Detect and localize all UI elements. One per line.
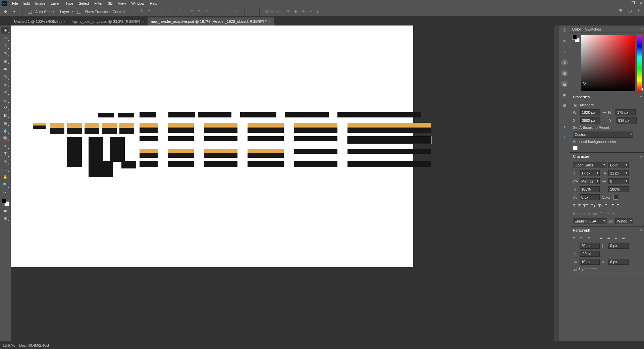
menu-window[interactable]: Window bbox=[131, 1, 144, 5]
menu-file[interactable]: File bbox=[12, 1, 18, 5]
eraser-tool[interactable]: ◧ bbox=[1, 112, 9, 118]
3d-slide-icon[interactable]: ↔ bbox=[309, 9, 314, 14]
3d-zoom-icon[interactable]: ■ bbox=[316, 9, 321, 14]
align-right-icon[interactable]: ▕ bbox=[176, 8, 181, 13]
font-style-dropdown[interactable]: Bold bbox=[608, 162, 629, 168]
distribute-right-icon[interactable]: ⋮ bbox=[235, 8, 239, 13]
cc-libraries-icon[interactable]: ☰ bbox=[561, 70, 568, 77]
font-family-dropdown[interactable]: Open Sans bbox=[573, 162, 606, 168]
hand-tool[interactable]: ✋ bbox=[1, 173, 9, 180]
swatches-tab[interactable]: Swatches bbox=[585, 27, 601, 31]
healing-tool[interactable]: ⌀ bbox=[1, 81, 9, 88]
cc-search-icon[interactable]: S bbox=[561, 59, 568, 66]
menu-view[interactable]: View bbox=[118, 1, 126, 5]
align-right-button[interactable]: ≡ bbox=[588, 236, 593, 241]
close-icon[interactable]: × bbox=[142, 20, 144, 23]
hue-slider[interactable] bbox=[637, 35, 642, 91]
distribute-top-icon[interactable]: ≡ bbox=[191, 8, 196, 13]
font-size-input[interactable]: 17 px bbox=[580, 170, 600, 176]
tab-newheader[interactable]: new_header_adaptive.psd @ 16,7% (Header_… bbox=[148, 17, 274, 26]
frame-tool[interactable]: ⊞ bbox=[1, 65, 9, 72]
link-icon[interactable]: ⊶ bbox=[602, 110, 606, 115]
leading-input[interactable]: 21 px bbox=[608, 170, 629, 176]
more-align-icon[interactable]: ⋯ bbox=[249, 8, 254, 13]
history-brush-tool[interactable]: ↺ bbox=[1, 104, 9, 111]
bold-button[interactable]: T bbox=[573, 204, 575, 208]
preset-dropdown[interactable]: Custom bbox=[573, 132, 633, 138]
paragraph-icon[interactable]: ¶ bbox=[561, 134, 568, 141]
close-icon[interactable]: × bbox=[64, 20, 66, 23]
underline-button[interactable]: T bbox=[611, 204, 614, 208]
layers-icon[interactable]: ▤ bbox=[561, 102, 568, 109]
italic-button[interactable]: T bbox=[578, 204, 580, 208]
status-chevron-icon[interactable]: 〉 bbox=[53, 343, 56, 347]
tool-preset-dropdown-icon[interactable]: ▾ bbox=[11, 9, 17, 14]
hyphenate-checkbox[interactable] bbox=[573, 267, 577, 271]
3d-pan-icon[interactable]: ✥ bbox=[302, 9, 306, 14]
auto-select-checkbox[interactable] bbox=[28, 10, 32, 14]
eyedropper-tool[interactable]: ✎ bbox=[1, 73, 9, 80]
brush-tool[interactable]: ✐ bbox=[1, 89, 9, 95]
x-input[interactable] bbox=[580, 117, 600, 123]
search-icon[interactable]: 🔍 bbox=[619, 8, 624, 13]
baseline-input[interactable] bbox=[580, 194, 600, 200]
vscale-input[interactable] bbox=[580, 186, 600, 192]
align-vcenter-icon[interactable]: ⫚ bbox=[140, 8, 145, 13]
tab-untitled[interactable]: Untitled-1 @ 100% (RGB/8#)× bbox=[11, 17, 69, 26]
color-fgbg[interactable] bbox=[572, 35, 579, 91]
cc-share-icon[interactable]: ⬓ bbox=[561, 81, 568, 87]
minimize-icon[interactable]: ─ bbox=[624, 1, 627, 5]
fractions-button[interactable]: 1ˢᵗ bbox=[605, 212, 609, 216]
canvas[interactable] bbox=[11, 26, 413, 267]
dodge-tool[interactable]: 🍭 bbox=[1, 135, 9, 142]
color-swatch[interactable] bbox=[2, 199, 9, 206]
panel-menu-icon[interactable]: ≡ bbox=[640, 95, 642, 99]
kerning-dropdown[interactable]: Metrics bbox=[580, 178, 600, 184]
smallcaps-button[interactable]: Tᴛ bbox=[591, 204, 595, 208]
hscale-input[interactable] bbox=[608, 186, 629, 192]
move-tool[interactable]: ✥ bbox=[1, 27, 9, 34]
panel-menu-icon[interactable]: ≡ bbox=[641, 27, 643, 31]
text-color-swatch[interactable] bbox=[613, 195, 618, 200]
brush-settings-icon[interactable]: ✎ bbox=[561, 38, 568, 44]
3d-orbit-icon[interactable]: ⟳ bbox=[287, 9, 291, 14]
antialias-dropdown[interactable]: Windo... bbox=[615, 218, 633, 224]
width-input[interactable] bbox=[580, 109, 600, 115]
edit-toolbar[interactable]: ⋯ bbox=[1, 189, 9, 196]
titling-button[interactable]: A bbox=[588, 212, 590, 216]
marquee-tool[interactable]: ▭ bbox=[1, 35, 9, 41]
menu-layer[interactable]: Layer bbox=[51, 1, 60, 5]
align-bottom-icon[interactable]: ⫟ bbox=[147, 8, 152, 13]
adjustments-icon[interactable]: ◐ bbox=[561, 91, 568, 98]
justify-all-button[interactable]: ≣ bbox=[622, 236, 627, 241]
tab-figma[interactable]: figma_post_imgs.psd @ 33,3% (RGB/8#)× bbox=[69, 17, 148, 26]
align-left-icon[interactable]: ▏ bbox=[162, 8, 166, 13]
indent-first-input[interactable] bbox=[580, 251, 600, 257]
ordinal-button[interactable]: T bbox=[600, 212, 602, 216]
crop-tool[interactable]: ▣ bbox=[1, 58, 9, 64]
restore-icon[interactable]: ❐ bbox=[632, 1, 635, 5]
panel-menu-icon[interactable]: ≡ bbox=[640, 228, 642, 232]
language-dropdown[interactable]: English: USA bbox=[573, 218, 606, 224]
allcaps-button[interactable]: TT bbox=[583, 204, 588, 208]
frame-icon[interactable]: ▢ bbox=[627, 8, 633, 13]
canvas-area[interactable] bbox=[11, 26, 559, 341]
indent-left-input[interactable] bbox=[580, 243, 600, 249]
quick-select-tool[interactable]: ✎ bbox=[1, 50, 9, 57]
stylistic-alt-button[interactable]: ad bbox=[593, 212, 597, 216]
close-icon[interactable]: ✕ bbox=[640, 1, 643, 5]
align-top-icon[interactable]: ⫠ bbox=[132, 8, 137, 13]
artboard-bgcolor-swatch[interactable] bbox=[573, 146, 578, 150]
type-tool[interactable]: T bbox=[1, 150, 9, 157]
path-select-tool[interactable]: ↖ bbox=[1, 158, 9, 165]
info-icon[interactable]: ⓘ bbox=[561, 27, 568, 34]
shape-tool[interactable]: ▭ bbox=[1, 166, 9, 172]
distribute-bottom-icon[interactable]: ≡ bbox=[206, 8, 210, 13]
pen-tool[interactable]: ✒ bbox=[1, 143, 9, 149]
menu-help[interactable]: Help bbox=[150, 1, 158, 5]
menu-filter[interactable]: Filter bbox=[94, 1, 102, 5]
menu-image[interactable]: Image bbox=[35, 1, 46, 5]
screen-mode[interactable]: ▣ bbox=[1, 215, 9, 221]
space-before-input[interactable] bbox=[580, 259, 600, 265]
gradient-tool[interactable]: ▦ bbox=[1, 119, 9, 126]
